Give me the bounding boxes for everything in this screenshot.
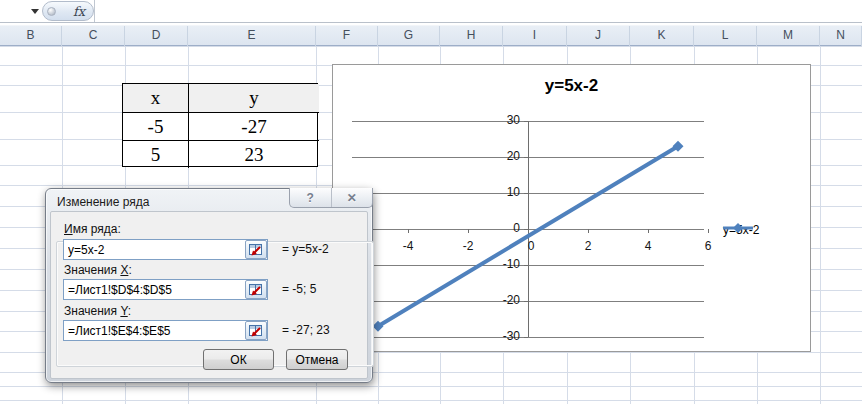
y-values-result: = -27; 23	[282, 323, 330, 337]
y-axis-label: 0	[480, 221, 520, 235]
table-header-cell[interactable]: y	[189, 84, 319, 113]
help-button[interactable]: ?	[290, 188, 332, 207]
close-button[interactable]: ✕	[332, 188, 373, 207]
collapse-dialog-icon	[248, 283, 264, 297]
series-name-result: = y=5x-2	[282, 242, 329, 256]
table-cell[interactable]: -27	[189, 113, 319, 141]
excel-window: fx BCDEFGHIJKLMN x y -5 -27 5 23 y=5x-2 …	[0, 0, 862, 404]
chart-plot	[333, 65, 810, 351]
data-table: x y -5 -27 5 23	[122, 83, 318, 167]
help-icon: ?	[307, 191, 314, 205]
series-name-range-picker-button[interactable]	[245, 240, 267, 259]
collapse-dialog-icon	[248, 243, 264, 257]
x-values-result: = -5; 5	[282, 282, 316, 296]
x-axis-label: -2	[453, 239, 483, 253]
y-axis-label: 30	[480, 113, 520, 127]
x-values-range-picker-button[interactable]	[245, 280, 267, 299]
y-values-input[interactable]	[63, 320, 268, 341]
series-name-label: Имя ряда:	[64, 222, 121, 236]
x-axis-label: 0	[516, 239, 546, 253]
table-header-cell[interactable]: x	[123, 84, 189, 113]
chart-legend[interactable]: y=5x-2	[722, 222, 759, 237]
dialog-title[interactable]: Изменение ряда	[57, 195, 149, 209]
y-axis-label: 20	[480, 149, 520, 163]
x-axis-label: 4	[633, 239, 663, 253]
table-cell[interactable]: 5	[123, 141, 189, 168]
x-values-input[interactable]	[63, 279, 268, 300]
collapse-dialog-icon	[248, 324, 264, 338]
table-cell[interactable]: 23	[189, 141, 319, 168]
y-values-label: Значения Y:	[64, 304, 131, 318]
series-name-input[interactable]	[63, 239, 268, 260]
ok-button[interactable]: ОК	[203, 349, 274, 370]
y-axis-label: -20	[480, 293, 520, 307]
dialog-caption-buttons: ? ✕	[289, 188, 373, 208]
x-axis-label: 6	[693, 239, 723, 253]
y-axis-label: 10	[480, 185, 520, 199]
dialog-content: Имя ряда: = y=5x-2 Значения X:	[50, 211, 368, 379]
legend-marker-icon	[722, 222, 754, 234]
cancel-button[interactable]: Отмена	[286, 349, 348, 370]
y-axis-label: -30	[480, 329, 520, 343]
x-values-label: Значения X:	[64, 263, 132, 277]
table-cell[interactable]: -5	[123, 113, 189, 141]
chart[interactable]: y=5x-2 3020100-10-20-30-4-20246 y=5x-2	[332, 64, 811, 352]
x-axis-label: -4	[393, 239, 423, 253]
y-values-range-picker-button[interactable]	[245, 321, 267, 340]
close-icon: ✕	[347, 191, 357, 205]
x-axis-label: 2	[573, 239, 603, 253]
edit-series-dialog: Изменение ряда ? ✕ Имя ряда: =	[45, 188, 373, 383]
y-axis-label: -10	[480, 257, 520, 271]
